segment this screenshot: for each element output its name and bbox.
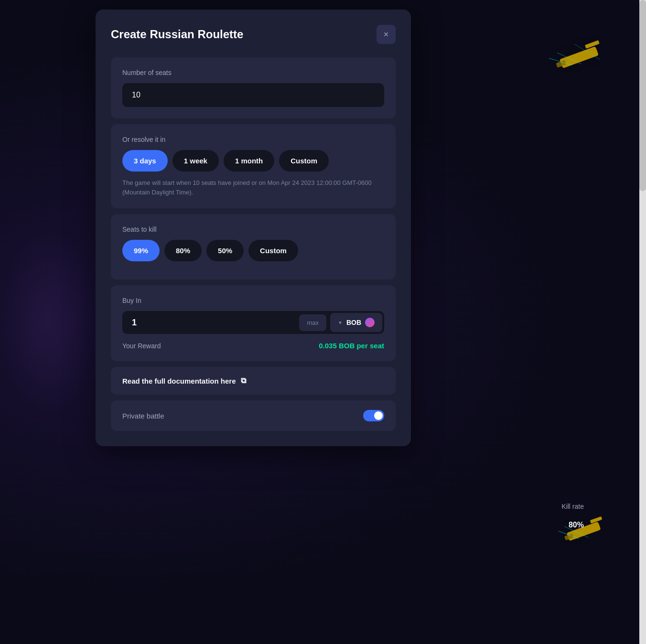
kill-options: 99% 80% 50% Custom (122, 240, 384, 261)
documentation-section: Read the full documentation here ⧉ (111, 367, 396, 395)
resolve-option-3days[interactable]: 3 days (122, 150, 168, 172)
token-selector[interactable]: ▼ BOB (330, 313, 382, 332)
private-battle-label: Private battle (122, 412, 164, 420)
buyin-label: Buy In (122, 297, 384, 304)
toggle-knob (374, 411, 383, 420)
kill-option-80pct[interactable]: 80% (164, 240, 202, 261)
token-name: BOB (346, 319, 361, 326)
seats-label: Number of seats (122, 69, 384, 76)
reward-label: Your Reward (122, 342, 161, 350)
kill-option-99pct[interactable]: 99% (122, 240, 160, 261)
dialog-wrapper: Create Russian Roulette × Number of seat… (96, 0, 430, 644)
kill-rate-label: Kill rate (561, 503, 584, 510)
documentation-link[interactable]: Read the full documentation here ⧉ (122, 376, 246, 385)
buyin-row: 1 max ▼ BOB (122, 311, 384, 334)
doc-link-text: Read the full documentation here (122, 377, 236, 385)
seats-input[interactable] (122, 83, 384, 107)
kill-rate-value: 80% (569, 521, 584, 529)
buyin-amount: 1 (132, 318, 299, 328)
kill-option-custom[interactable]: Custom (248, 240, 298, 261)
max-button[interactable]: max (299, 314, 326, 331)
resolve-option-custom[interactable]: Custom (279, 150, 329, 172)
svg-rect-1 (585, 40, 600, 49)
seats-section: Number of seats (111, 57, 396, 118)
seats-to-kill-label: Seats to kill (122, 225, 384, 233)
seats-to-kill-section: Seats to kill 99% 80% 50% Custom (111, 214, 396, 279)
kill-option-50pct[interactable]: 50% (206, 240, 244, 261)
gun-decoration-bottom-right (560, 515, 608, 548)
resolve-option-1month[interactable]: 1 month (224, 150, 274, 172)
scrollbar-track[interactable] (639, 0, 646, 644)
svg-rect-0 (560, 46, 599, 68)
gun-decoration-top-right (550, 38, 608, 76)
resolve-label: Or resolve it in (122, 136, 384, 143)
reward-row: Your Reward 0.035 BOB per seat (122, 342, 384, 350)
token-icon (365, 318, 375, 327)
private-battle-section: Private battle (111, 400, 396, 431)
resolve-options: 3 days 1 week 1 month Custom (122, 150, 384, 172)
scrollbar-thumb[interactable] (639, 0, 646, 191)
dialog-header: Create Russian Roulette × (111, 25, 396, 44)
external-link-icon: ⧉ (241, 376, 246, 385)
resolve-hint: The game will start when 10 seats have j… (122, 178, 384, 197)
reward-value: 0.035 BOB per seat (319, 342, 384, 350)
resolve-section: Or resolve it in 3 days 1 week 1 month C… (111, 124, 396, 208)
background-character (0, 226, 96, 418)
buyin-section: Buy In 1 max ▼ BOB Your Reward 0.035 BOB… (111, 285, 396, 361)
close-button[interactable]: × (377, 25, 396, 44)
create-roulette-dialog: Create Russian Roulette × Number of seat… (96, 10, 411, 446)
dialog-title: Create Russian Roulette (111, 28, 243, 41)
resolve-option-1week[interactable]: 1 week (172, 150, 219, 172)
private-battle-toggle[interactable] (363, 410, 384, 421)
chevron-down-icon: ▼ (338, 320, 343, 325)
